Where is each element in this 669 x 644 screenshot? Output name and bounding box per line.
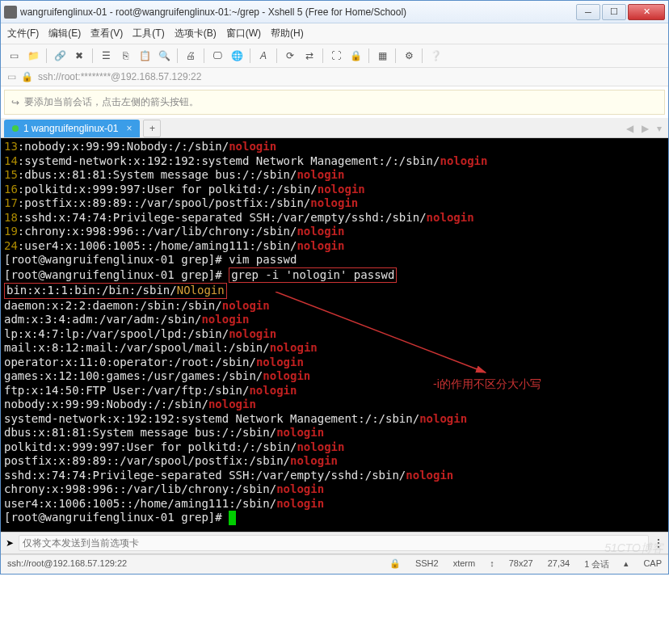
title-text: wangruifenglinux-01 - root@wangruifengli… — [20, 6, 574, 18]
tabstrip: 1 wangruifenglinux-01 × + ◀ ▶ ▾ — [1, 118, 668, 138]
terminal[interactable]: 13:nobody:x:99:99:Nobody:/:/sbin/nologin… — [1, 138, 668, 532]
copy-icon[interactable]: ⎘ — [117, 48, 133, 64]
command-input[interactable] — [19, 535, 649, 551]
addressbar: ▭ 🔒 ssh://root:********@192.168.57.129:2… — [1, 68, 668, 86]
lock-icon[interactable]: 🔒 — [347, 48, 364, 64]
menu-item[interactable]: 工具(T) — [133, 27, 164, 40]
addressbar-add-icon[interactable]: ▭ — [7, 71, 16, 82]
sessionbar-text: 要添加当前会话，点击左侧的箭头按钮。 — [24, 95, 199, 109]
status-more-icon[interactable]: ▴ — [624, 558, 629, 570]
sessionbar: ↪ 要添加当前会话，点击左侧的箭头按钮。 — [4, 90, 665, 115]
properties-icon[interactable]: ☰ — [98, 48, 114, 64]
status-cap: CAP — [643, 558, 662, 570]
status-ssh: SSH2 — [415, 558, 439, 570]
inputbar: ➤ ⋮ — [1, 532, 668, 554]
tab-list-icon[interactable]: ▾ — [654, 123, 665, 134]
menu-item[interactable]: 选项卡(B) — [175, 27, 217, 40]
input-send-icon[interactable]: ➤ — [6, 537, 14, 549]
tab-add-button[interactable]: + — [143, 120, 161, 137]
reconnect-icon[interactable]: 🔗 — [52, 48, 68, 64]
new-icon[interactable]: ▭ — [6, 48, 22, 64]
menubar: 文件(F)编辑(E)查看(V)工具(T)选项卡(B)窗口(W)帮助(H) — [1, 23, 668, 44]
split-icon[interactable]: ▦ — [374, 48, 390, 64]
annotation-text: -i的作用不区分大小写 — [433, 377, 541, 392]
arrow-hint-icon[interactable]: ↪ — [11, 97, 19, 108]
minimize-button[interactable]: ─ — [576, 4, 600, 20]
addressbar-text[interactable]: ssh://root:********@192.168.57.129:22 — [38, 71, 201, 82]
status-pos: 27,34 — [548, 558, 570, 570]
app-icon — [4, 6, 17, 19]
menu-item[interactable]: 帮助(H) — [271, 27, 304, 40]
addressbar-lock-icon: 🔒 — [21, 71, 33, 82]
menu-item[interactable]: 查看(V) — [90, 27, 123, 40]
fullscreen-icon[interactable]: ⛶ — [328, 48, 344, 64]
tab-next-icon[interactable]: ▶ — [638, 123, 652, 134]
maximize-button[interactable]: ☐ — [602, 4, 626, 20]
titlebar[interactable]: wangruifenglinux-01 - root@wangruifengli… — [1, 1, 668, 23]
tab-label: 1 wangruifenglinux-01 — [23, 123, 118, 134]
disconnect-icon[interactable]: ✖ — [71, 48, 87, 64]
help-icon[interactable]: ❔ — [427, 48, 444, 64]
open-icon[interactable]: 📁 — [25, 48, 41, 64]
status-sessions: 1 会话 — [584, 558, 609, 570]
status-size: 78x27 — [509, 558, 533, 570]
print-icon[interactable]: 🖨 — [183, 48, 199, 64]
status-size-icon: ↕ — [490, 558, 494, 570]
screen-icon[interactable]: 🖵 — [209, 48, 225, 64]
tab-active[interactable]: 1 wangruifenglinux-01 × — [4, 120, 140, 137]
status-address: ssh://root@192.168.57.129:22 — [7, 558, 127, 570]
menu-item[interactable]: 窗口(W) — [226, 27, 261, 40]
close-button[interactable]: ✕ — [628, 4, 665, 20]
menu-item[interactable]: 文件(F) — [7, 27, 39, 40]
refresh-icon[interactable]: ⟳ — [282, 48, 298, 64]
font-icon[interactable]: A — [255, 48, 271, 64]
paste-icon[interactable]: 📋 — [137, 48, 153, 64]
menu-item[interactable]: 编辑(E) — [48, 27, 81, 40]
tab-prev-icon[interactable]: ◀ — [623, 123, 637, 134]
statusbar: ssh://root@192.168.57.129:22 🔒 SSH2 xter… — [1, 554, 668, 574]
tab-close-icon[interactable]: × — [126, 123, 132, 134]
toolbar: ▭ 📁 🔗 ✖ ☰ ⎘ 📋 🔍 🖨 🖵 🌐 A ⟳ ⇄ ⛶ 🔒 ▦ ⚙ ❔ — [1, 44, 668, 68]
settings-icon[interactable]: ⚙ — [401, 48, 417, 64]
find-icon[interactable]: 🔍 — [156, 48, 172, 64]
globe-icon[interactable]: 🌐 — [229, 48, 245, 64]
status-term: xterm — [453, 558, 476, 570]
watermark: 51CTO博客 — [604, 541, 663, 556]
transfer-icon[interactable]: ⇄ — [301, 48, 318, 64]
status-ssh-icon: 🔒 — [389, 558, 401, 570]
tab-status-icon — [12, 125, 19, 132]
